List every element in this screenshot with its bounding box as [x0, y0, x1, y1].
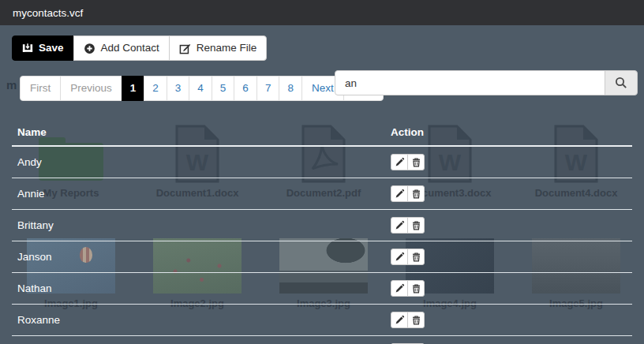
add-contact-button[interactable]: Add Contact: [73, 36, 170, 61]
page-8[interactable]: 8: [279, 76, 302, 101]
trash-icon: [411, 252, 421, 262]
delete-contact-button[interactable]: [407, 280, 425, 297]
delete-contact-button[interactable]: [407, 312, 425, 328]
contacts-table: Name Action Andy Annie Brittany: [12, 123, 632, 344]
table-row: Brittany: [12, 210, 632, 241]
trash-icon: [411, 189, 421, 199]
pencil-icon: [395, 220, 405, 230]
table-row: Johan 123: [12, 336, 632, 344]
table-row: Annie: [12, 178, 632, 210]
page-first[interactable]: First: [20, 76, 61, 101]
trash-icon: [411, 315, 421, 325]
contact-name: Annie: [12, 178, 385, 210]
contact-name: Brittany: [12, 210, 385, 241]
contact-name: Johan 123: [12, 336, 385, 344]
toolbar: Save Add Contact Rename File: [12, 36, 632, 61]
edit-icon: [179, 43, 191, 54]
edit-contact-button[interactable]: [391, 185, 408, 202]
trash-icon: [411, 220, 421, 230]
contact-name: Andy: [12, 146, 385, 178]
pencil-icon: [395, 315, 405, 325]
page-5[interactable]: 5: [212, 76, 235, 101]
contact-name: Janson: [12, 241, 385, 273]
edit-contact-button[interactable]: [391, 249, 408, 265]
page-6[interactable]: 6: [234, 76, 257, 101]
delete-contact-button[interactable]: [407, 154, 425, 170]
pencil-icon: [395, 189, 405, 199]
search-icon: [615, 77, 627, 89]
pencil-icon: [395, 252, 405, 262]
table-row: Janson: [12, 241, 632, 273]
search-button[interactable]: [605, 70, 638, 95]
rename-file-button[interactable]: Rename File: [169, 36, 268, 61]
delete-contact-button[interactable]: [407, 185, 425, 202]
table-row: Roxanne: [12, 305, 632, 336]
save-button[interactable]: Save: [12, 36, 74, 61]
edit-contact-button[interactable]: [391, 312, 408, 328]
contact-name: Nathan: [12, 273, 385, 305]
page-7[interactable]: 7: [257, 76, 280, 101]
page-3[interactable]: 3: [167, 76, 190, 101]
trash-icon: [411, 283, 421, 294]
page-1[interactable]: 1: [122, 76, 145, 101]
table-row: Andy: [12, 146, 632, 178]
name-column-header: Name: [12, 123, 385, 146]
page-previous[interactable]: Previous: [61, 76, 122, 101]
action-column-header: Action: [385, 123, 632, 146]
page-4[interactable]: 4: [189, 76, 212, 101]
contact-name: Roxanne: [12, 305, 385, 336]
delete-contact-button[interactable]: [407, 217, 425, 234]
page-2[interactable]: 2: [144, 76, 167, 101]
edit-contact-button[interactable]: [391, 154, 408, 170]
title-bar: mycontacts.vcf: [0, 0, 644, 25]
table-row: Nathan: [12, 273, 632, 305]
window-title: mycontacts.vcf: [13, 7, 83, 19]
search-group: [335, 70, 638, 95]
pagination: First Previous 1 2 3 4 5 6 7 8 Next Last: [20, 76, 384, 101]
save-icon: [22, 43, 33, 54]
pencil-icon: [395, 157, 405, 167]
plus-circle-icon: [84, 43, 95, 54]
pencil-icon: [395, 283, 405, 294]
trash-icon: [411, 157, 421, 167]
search-input[interactable]: [335, 70, 605, 95]
edit-contact-button[interactable]: [391, 217, 408, 234]
edit-contact-button[interactable]: [391, 280, 408, 297]
delete-contact-button[interactable]: [407, 249, 425, 265]
